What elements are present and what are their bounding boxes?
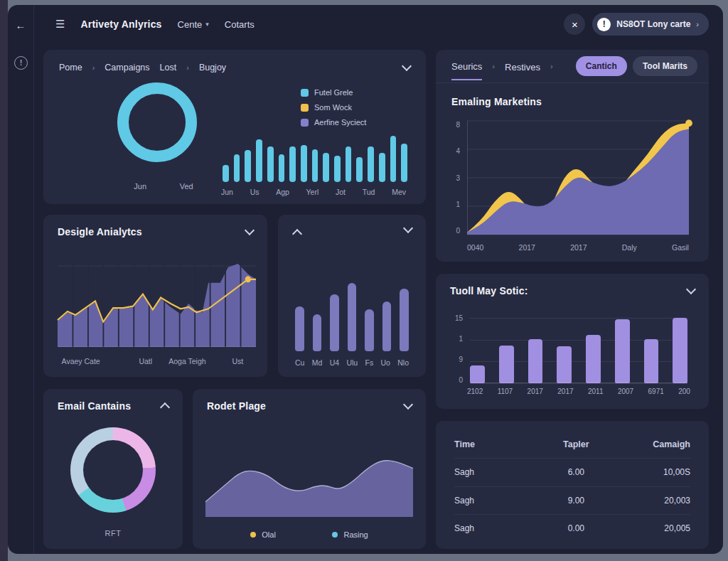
bar xyxy=(223,165,229,182)
email-donut-label: RFT xyxy=(43,529,183,538)
info-icon[interactable]: ! xyxy=(14,56,28,70)
email-cantains-panel: Email Cantains RFT xyxy=(43,389,183,549)
bar xyxy=(379,153,385,182)
bar xyxy=(615,319,630,383)
column-header: Time xyxy=(454,439,538,449)
bar xyxy=(256,139,262,182)
axis-label: Md xyxy=(312,358,323,367)
axis-label: Ved xyxy=(180,182,193,191)
cantich-pill-button[interactable]: Cantich xyxy=(576,56,627,76)
account-label: NS8OT Lony carte xyxy=(616,19,690,29)
email-donut-chart xyxy=(70,427,156,513)
bar xyxy=(312,149,318,182)
caret-down-icon: ▾ xyxy=(205,21,209,28)
breadcrumb-item[interactable]: Bugjoy xyxy=(199,63,226,73)
axis-label: Avaey Cate xyxy=(62,357,100,365)
mini-bar-chart xyxy=(295,270,409,351)
hamburger-icon[interactable]: ☰ xyxy=(55,18,65,31)
overview-legend: Futel GreleSom WockAerfine Syciect xyxy=(301,88,366,127)
table-cell: 6.00 xyxy=(538,467,614,477)
bar xyxy=(644,339,659,383)
bar xyxy=(368,146,374,182)
bar xyxy=(390,136,397,182)
account-icon: ! xyxy=(597,18,611,31)
chevron-up-icon[interactable] xyxy=(292,229,302,239)
axis-label: Gasil xyxy=(672,243,689,252)
table-row[interactable]: Sagh6.0010,00S xyxy=(454,458,690,486)
axis-label: 0040 xyxy=(467,243,483,252)
axis-label: 2017 xyxy=(519,243,535,252)
breadcrumb-item[interactable]: Pome xyxy=(59,63,82,73)
table-row[interactable]: Sagh9.0020,003 xyxy=(454,486,690,514)
legend-label: Futel Grele xyxy=(314,88,353,97)
legend-item: Som Wock xyxy=(301,103,366,112)
chevron-up-icon[interactable] xyxy=(160,402,170,412)
close-button[interactable]: × xyxy=(564,14,585,35)
tab-separator: › xyxy=(492,62,495,70)
axis-label: 1 xyxy=(451,335,463,343)
panel-title: Rodet Plage xyxy=(207,400,266,412)
axis-label: Jun xyxy=(221,188,233,196)
legend-swatch xyxy=(332,532,338,538)
tab-seurics[interactable]: Seurics xyxy=(451,52,482,80)
bar xyxy=(330,294,339,351)
bar xyxy=(334,156,341,182)
axis-label: 2017 xyxy=(528,388,543,395)
app-window: ← ! ☰ Artivety Anlyrics Cente ▾ Cotarts … xyxy=(8,5,723,554)
bar xyxy=(313,314,322,351)
column-header: Tapler xyxy=(538,439,614,449)
axis-label: 200 xyxy=(678,388,690,395)
app-title: Artivety Anlyrics xyxy=(80,18,161,30)
axis-label: Us xyxy=(250,188,259,196)
axis-label: Mev xyxy=(392,188,406,196)
axis-label: Fs xyxy=(365,358,373,367)
legend-item: Aerfine Syciect xyxy=(301,118,366,127)
back-icon[interactable]: ← xyxy=(8,19,33,31)
tuoll-bar-chart xyxy=(470,318,687,383)
overview-panel: Pome›CampaignsLost›Bugjoy JunVed Futel G… xyxy=(43,50,426,204)
bar xyxy=(400,289,409,351)
legend-swatch xyxy=(301,89,309,97)
axis-label: 8 xyxy=(450,121,460,129)
nav-item-label: Cotarts xyxy=(225,19,255,30)
axis-label: 2011 xyxy=(588,388,604,395)
breadcrumb-separator: › xyxy=(186,63,189,72)
emaling-area-chart xyxy=(467,121,689,235)
axis-label: 1 xyxy=(450,201,460,208)
legend-label: Som Wock xyxy=(314,103,352,112)
tool-marits-pill-button[interactable]: Tool Marits xyxy=(633,56,697,76)
overview-bar-xlabels: JunUsAgpYerlJotTudMev xyxy=(221,188,406,196)
overview-bar-chart xyxy=(223,134,407,182)
breadcrumb-separator: › xyxy=(92,63,95,72)
tab-restives[interactable]: Restives xyxy=(505,53,540,80)
breadcrumb: Pome›CampaignsLost›Bugjoy xyxy=(59,63,393,73)
topbar: ☰ Artivety Anlyrics Cente ▾ Cotarts × ! … xyxy=(34,5,723,43)
bar xyxy=(499,346,514,383)
column-header: Camaigh xyxy=(614,439,690,449)
table-row[interactable]: Sagh0.0020,005 xyxy=(454,514,690,542)
axis-label: Jun xyxy=(134,182,146,191)
nav-item-cente[interactable]: Cente ▾ xyxy=(178,19,209,30)
axis-label: Uatl xyxy=(139,357,152,365)
breadcrumb-item[interactable]: Lost xyxy=(160,63,177,73)
chevron-down-icon[interactable] xyxy=(403,400,413,410)
rodet-legend: OlalRasing xyxy=(193,530,426,539)
chevron-down-icon[interactable] xyxy=(686,284,696,294)
data-table: TimeTaplerCamaighSagh6.0010,00SSagh9.002… xyxy=(454,431,690,542)
bar xyxy=(301,145,307,182)
breadcrumb-item[interactable]: Campaigns xyxy=(105,63,149,73)
axis-label: Aoga Teigh xyxy=(168,357,205,365)
account-button[interactable]: ! NS8OT Lony carte › xyxy=(592,13,709,36)
nav-item-cotarts[interactable]: Cotarts xyxy=(225,19,255,30)
axis-label: Yerl xyxy=(306,188,319,196)
axis-label: 2007 xyxy=(618,388,633,395)
axis-label: 0 xyxy=(450,227,460,235)
axis-label: Jot xyxy=(336,188,346,196)
axis-label: 1107 xyxy=(498,388,513,395)
chevron-down-icon[interactable] xyxy=(245,225,255,235)
axis-label: Cu xyxy=(295,358,304,367)
desigle-xlabels: Avaey CateUatlAoga TeighUst xyxy=(58,357,256,367)
chevron-down-icon[interactable] xyxy=(402,61,412,71)
panel-title: Email Cantains xyxy=(58,400,131,412)
chevron-down-icon[interactable] xyxy=(403,223,413,233)
